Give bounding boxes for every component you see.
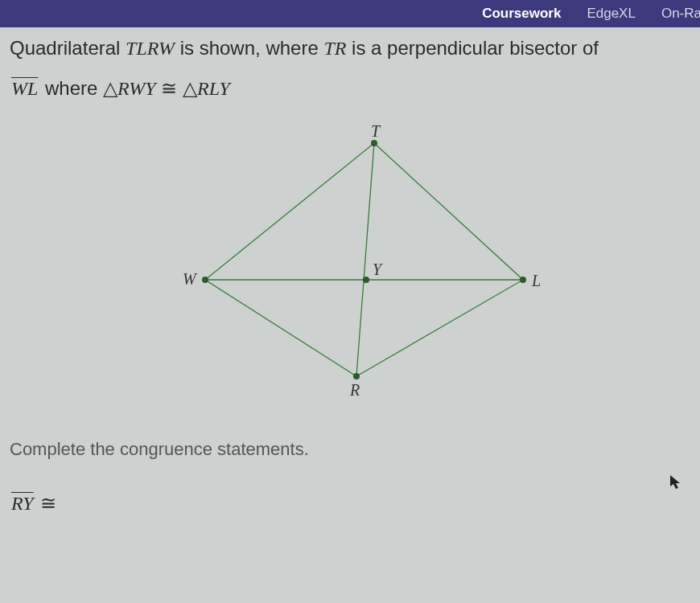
geometry-figure: T W Y L R	[141, 119, 559, 425]
math-tri-rly: RLY	[197, 78, 230, 99]
congruent-symbol: ≅	[40, 493, 56, 514]
problem-line-2: WL where △RWY ≅ △RLY	[10, 74, 690, 103]
nav-edgexl[interactable]: EdgeXL	[587, 6, 636, 22]
label-y: Y	[373, 260, 383, 278]
math-quad: TLRW	[126, 38, 175, 59]
text-fragment: is a perpendicular bisector of	[346, 37, 599, 59]
point-y	[363, 277, 369, 283]
math-segment-ry: RY	[10, 493, 35, 515]
math-segment-tr: TR	[323, 38, 346, 59]
point-l	[520, 277, 526, 283]
point-r	[353, 373, 360, 379]
math-segment-wl: WL	[10, 74, 39, 103]
label-w: W	[183, 270, 198, 288]
label-l: L	[531, 272, 541, 289]
nav-coursework[interactable]: Coursework	[482, 6, 561, 22]
problem-statement: Quadrilateral TLRW is shown, where TR is…	[0, 27, 700, 103]
math-tri-rwy: RWY	[117, 78, 156, 99]
label-t: T	[371, 122, 381, 140]
top-nav: Coursework EdgeXL On-Ra	[0, 0, 700, 27]
congruence-answer-line: RY ≅	[0, 460, 700, 515]
congruent-symbol: ≅	[161, 78, 177, 99]
point-t	[371, 140, 377, 146]
triangle-symbol: △	[103, 78, 117, 99]
text-fragment: where	[39, 77, 103, 99]
text-fragment: is shown, where	[175, 37, 323, 59]
kite-outline	[205, 143, 523, 376]
diagonal-tr	[356, 143, 374, 376]
figure-container: T W Y L R	[0, 119, 700, 425]
cursor-icon	[669, 474, 682, 490]
prompt-text: Complete the congruence statements.	[0, 425, 700, 460]
triangle-symbol: △	[183, 78, 197, 99]
label-r: R	[349, 381, 360, 399]
point-w	[202, 277, 208, 283]
nav-onramp[interactable]: On-Ra	[661, 6, 700, 22]
problem-line-1: Quadrilateral TLRW is shown, where TR is…	[10, 34, 690, 63]
text-fragment: Quadrilateral	[10, 37, 126, 59]
